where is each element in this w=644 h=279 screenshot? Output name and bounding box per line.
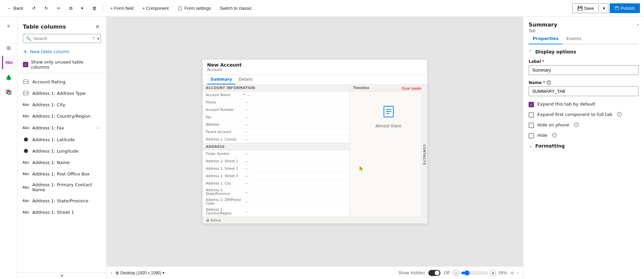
form-subtitle: Account [207,68,423,72]
display-options-toggle[interactable]: ⌃ Display options [529,49,639,54]
name-info-icon[interactable]: ⓘ [546,80,551,85]
select-type-icon [23,79,29,85]
hide-phone-info-icon[interactable]: ⓘ [574,122,579,127]
list-item[interactable]: Abc Address 1: State/Province [17,195,106,206]
switch-classic-label: Switch to classic [220,6,252,11]
tab-details[interactable]: Details [236,75,256,84]
back-button[interactable]: ← Back [4,4,27,12]
list-item[interactable]: Abc Address 1: City [17,99,106,110]
right-panel-title: Summary [529,22,557,28]
filter-icon[interactable]: ⊤ [92,36,95,41]
right-panel: Summary Tab › Properties Events ⌃ Displa… [523,17,644,279]
bottom-bar-left: ‹ 🖥 Desktop (1920 x 1080) ▾ [111,271,165,275]
show-unused-checkbox[interactable]: ✓ [23,62,28,67]
sidebar-item-tree-view[interactable]: 🌲 [2,71,15,84]
delete-button[interactable]: 🗑 [89,4,100,12]
more-options-button[interactable]: ··· [94,124,101,131]
expand-default-checkbox[interactable]: ✓ [529,102,534,107]
main-layout: ≡ ⊞ Abc 🌲 📚 Table columns ✕ 🔍 ⊤ ▾ + New [0,17,644,279]
list-item[interactable]: Account Rating [17,76,106,87]
hide-info-icon[interactable]: ⓘ [552,133,557,137]
tab-properties[interactable]: Properties [529,33,563,44]
chevron-down-icon: ⌄ [529,143,533,149]
table-columns-icon: Abc [5,60,13,65]
fit-icon[interactable]: ⊙ [510,271,514,275]
zoom-slider[interactable] [461,270,488,276]
account-info-section-header: ACCOUNT INFORMATION [203,85,350,91]
column-name: Address 1: Name [32,160,70,165]
list-item[interactable]: Abc Address 1: Country/Region [17,110,106,122]
zoom-control: − + 39% [453,270,507,276]
hide-checkbox[interactable] [529,133,534,138]
hide-row: Hide ⓘ [529,133,639,138]
expand-full-checkbox[interactable] [529,112,534,118]
list-item[interactable]: Abc Address 1: Street 1 [17,206,106,218]
publish-icon: 🗔 [615,6,619,11]
show-hidden-label: Show Hidden [398,271,425,275]
form-settings-button[interactable]: 📋 Form settings [174,4,214,12]
switch-classic-button[interactable]: Switch to classic [216,4,255,12]
hamburger-menu-button[interactable]: ≡ [2,19,15,33]
list-item[interactable]: Address 1: Longitude [17,145,106,157]
form-left: ACCOUNT INFORMATION Account Name * — Pho… [203,85,350,224]
list-item[interactable]: Abc Address 1: Primary Contact Name [17,180,106,195]
right-panel-expand-button[interactable]: › [637,22,639,28]
label-input[interactable] [529,65,639,75]
svg-point-4 [24,137,28,142]
scroll-right-icon[interactable]: › [517,271,519,275]
column-name: Address 1: State/Province [32,198,88,203]
expand-full-info-icon[interactable]: ⓘ [617,112,622,117]
hide-phone-checkbox[interactable] [529,123,534,128]
select-type-icon [23,90,29,96]
sidebar-item-components[interactable]: ⊞ [2,41,15,54]
zoom-minus-button[interactable]: − [453,270,459,276]
component-button[interactable]: + Component [139,4,172,12]
show-unused-checkbox-item[interactable]: ✓ Show only unused table columns [17,57,106,72]
formatting-section: ⌄ Formatting [529,143,639,149]
tab-events[interactable]: Events [563,33,585,44]
tab-summary[interactable]: Summary [207,75,236,84]
name-field-label: Name * ⓘ [529,80,639,85]
sidebar-item-form-libraries[interactable]: 📚 [2,85,15,99]
show-hidden-toggle[interactable] [428,270,440,276]
dropdown-button[interactable]: ▾ [78,4,87,12]
search-input[interactable] [33,36,90,41]
save-dropdown-button[interactable]: ▾ [600,3,608,13]
display-options-title: Display options [535,49,576,54]
form-row: Phone — [203,99,350,106]
cut-button[interactable]: ✂ [53,4,64,12]
right-panel-header: Summary Tab › [523,17,644,33]
list-item[interactable]: Abc Address 1: Name [17,157,106,168]
sidebar-item-table-columns[interactable]: Abc [2,56,15,69]
scroll-left-icon[interactable]: ‹ [111,271,112,275]
list-item[interactable]: Address 1: Address Type [17,87,106,99]
form-field-button[interactable]: + Form field [107,4,137,12]
formatting-toggle[interactable]: ⌄ Formatting [529,143,639,149]
add-icon: + [23,48,27,55]
form-field-label: + Form field [110,6,134,11]
list-item[interactable]: Abc Address 1: Fax ··· [17,122,106,134]
form-header: New Account Account [203,59,427,75]
canvas-area: New Account Account Summary Details ACCO… [107,17,523,279]
filter-dropdown-icon[interactable]: ▾ [97,36,99,41]
name-input[interactable] [529,86,639,96]
list-item[interactable]: Abc Address 1: Post Office Box [17,168,106,180]
form-row: Account Name * — [203,91,350,99]
new-column-label: New table column [30,49,69,54]
form-status-icon: 🖥 [206,218,209,222]
desktop-selector-button[interactable]: 🖥 Desktop (1920 x 1080) ▾ [115,271,165,275]
zoom-label: 39% [498,271,507,275]
redo-button[interactable]: ↻ [41,4,51,12]
undo-button[interactable]: ↺ [29,4,39,12]
column-name: Account Rating [32,79,66,84]
panel-close-button[interactable]: ✕ [94,22,101,31]
publish-button[interactable]: 🗔 Publish [610,3,640,13]
copy-button[interactable]: ⧉ [66,4,76,13]
tree-view-icon: 🌲 [5,74,12,81]
save-button[interactable]: 💾 Save [572,3,599,13]
zoom-plus-button[interactable]: + [490,270,496,276]
canvas-inner: New Account Account Summary Details ACCO… [107,17,523,266]
list-item[interactable]: Address 1: Latitude [17,134,106,145]
form-tabs: Summary Details [203,75,427,85]
add-column-button[interactable]: + New table column [17,46,106,57]
